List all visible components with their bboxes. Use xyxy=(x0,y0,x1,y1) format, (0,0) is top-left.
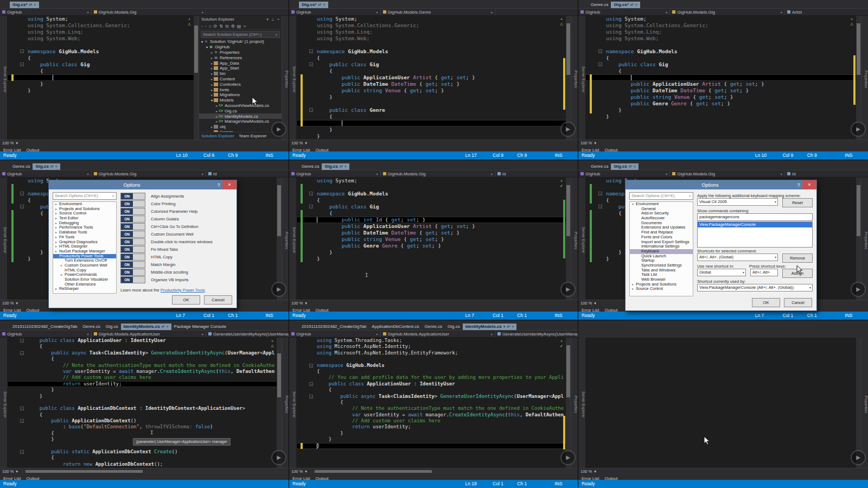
outline-collapse-icon[interactable]: − xyxy=(309,192,313,195)
tab-gig-cs-[interactable]: Gig.cs*⇄× xyxy=(10,2,39,8)
ok-button[interactable]: OK xyxy=(172,295,200,305)
nav-combo-1[interactable]: GigHub.Models.Gig▾ xyxy=(670,171,785,177)
tab-gig-cs-[interactable]: Gig.cs*⇄× xyxy=(299,2,328,8)
close-icon[interactable]: × xyxy=(277,17,279,21)
nav-combo-0[interactable]: GigHub▾ xyxy=(289,331,381,337)
zoom-level[interactable]: 100 % xyxy=(291,469,303,474)
outline-collapse-icon[interactable]: − xyxy=(20,450,24,454)
outline-collapse-icon[interactable]: − xyxy=(598,49,602,53)
close-icon[interactable]: × xyxy=(55,164,58,168)
tab-gig-cs[interactable]: Gig.cs xyxy=(445,324,463,330)
dialog-titlebar[interactable]: Options?× xyxy=(626,180,816,189)
code-editor[interactable]: using System;using System.Collections.Ge… xyxy=(585,16,861,140)
shortcuts-select[interactable]: Alt+/, Alt+. (Global)▾ xyxy=(697,253,778,261)
tab-solution-explorer[interactable]: Solution Explorer xyxy=(201,134,234,138)
outline-collapse-icon[interactable]: − xyxy=(309,49,313,53)
tab-server-explorer[interactable]: Server Explorer xyxy=(292,391,296,418)
nav-combo-0[interactable]: GigHub▾ xyxy=(0,9,92,15)
se-item-scripts[interactable]: ▸Scripts xyxy=(199,130,282,132)
scrollbar-thumb[interactable] xyxy=(857,23,860,75)
nav-combo-1[interactable]: GigHub.Models.Gig▾ xyxy=(92,171,206,177)
chevron-down-icon[interactable]: ▾ xyxy=(16,141,18,145)
tab-properties[interactable]: Properties xyxy=(864,71,868,88)
tab-genre-cs[interactable]: Genre.cs xyxy=(299,163,322,170)
code-icon[interactable]: ‹› xyxy=(243,24,246,29)
code-editor[interactable]: using System;using System.Collections.Ge… xyxy=(296,16,571,140)
tab-server-explorer[interactable]: Server Explorer xyxy=(292,227,296,253)
tab-genre-cs[interactable]: Genre.cs xyxy=(588,163,611,170)
pin-icon[interactable]: ⇄ xyxy=(162,325,165,328)
add-icon[interactable]: + xyxy=(187,17,192,22)
zoom-level[interactable]: 100 % xyxy=(580,469,592,474)
toggle-switch[interactable]: ON xyxy=(120,253,145,261)
preview-icon[interactable]: ▤ xyxy=(237,24,241,29)
outline-collapse-icon[interactable]: − xyxy=(20,49,24,53)
pin-icon[interactable]: ⇄ xyxy=(318,3,322,7)
se-item-accountviewmodels-cs[interactable]: ▸C#AccountViewModels.cs xyxy=(199,103,282,109)
nav-combo-0[interactable]: GigHub▾ xyxy=(0,171,92,177)
tree-item-resharper[interactable]: ▸ReSharper xyxy=(53,287,116,291)
tab-server-explorer[interactable]: Server Explorer xyxy=(3,227,7,253)
tab-server-explorer[interactable]: Server Explorer xyxy=(582,391,585,418)
tab-identitymodels-cs[interactable]: IdentityModels.cs⇄× xyxy=(121,324,171,330)
outline-collapse-icon[interactable]: − xyxy=(20,351,24,355)
se-item-models[interactable]: ▾Models xyxy=(199,98,282,103)
chevron-down-icon[interactable]: ▾ xyxy=(266,17,269,22)
outline-collapse-icon[interactable]: − xyxy=(20,339,24,343)
se-item-obj[interactable]: ▸obj xyxy=(199,124,282,130)
se-item-controllers[interactable]: ▸Controllers xyxy=(199,81,282,87)
tab-server-explorer[interactable]: Server Explorer xyxy=(3,66,7,93)
outline-collapse-icon[interactable]: − xyxy=(598,192,602,195)
command-list-item-selected[interactable]: View.PackageManagerConsole xyxy=(698,222,812,227)
commands-input[interactable]: packagemanagercons xyxy=(697,213,813,221)
tab-properties[interactable]: Properties xyxy=(864,232,868,249)
scheme-select[interactable]: Visual C# 2005▾ xyxy=(697,198,778,206)
cancel-button[interactable]: Cancel xyxy=(204,295,232,305)
close-icon[interactable]: × xyxy=(323,3,325,7)
scrollbar-thumb[interactable] xyxy=(566,185,570,237)
toggle-switch[interactable]: ON xyxy=(120,269,145,276)
code-editor[interactable]: using System;−namespace GigHub.Models{− … xyxy=(296,178,571,300)
toggle-switch[interactable]: ON xyxy=(120,223,145,230)
scrollbar-thumb[interactable] xyxy=(194,26,198,73)
tree-item-source-control[interactable]: ▸Source Control xyxy=(630,287,693,291)
se-item-manageviewmodels-cs[interactable]: ▸C#ManageViewModels.cs xyxy=(199,119,282,124)
close-icon[interactable]: × xyxy=(634,164,636,168)
zoom-level[interactable]: 100 % xyxy=(291,141,303,145)
tab-properties[interactable]: Properties xyxy=(864,396,868,413)
vertical-scrollbar[interactable] xyxy=(856,338,861,468)
nav-combo-1[interactable]: GigHub.Models.ApplicationUser▾ xyxy=(92,331,206,337)
tab-package-manager-console[interactable]: Package Manager Console xyxy=(171,324,229,330)
outline-collapse-icon[interactable]: − xyxy=(309,62,313,66)
tab-gig-cs[interactable]: Gig.cs⇄× xyxy=(322,163,349,170)
tab-gig-cs[interactable]: Gig.cs⇄× xyxy=(611,163,638,170)
chevron-down-icon[interactable]: ▾ xyxy=(305,141,307,145)
toggle-switch[interactable]: ON xyxy=(120,246,145,253)
vertical-scrollbar[interactable] xyxy=(566,16,571,140)
help-icon[interactable]: ? xyxy=(795,182,802,188)
pin-icon[interactable]: ⇄ xyxy=(630,3,634,7)
tab-gig-cs[interactable]: Gig.cs xyxy=(103,324,121,330)
chevron-down-icon[interactable]: ▾ xyxy=(305,469,307,474)
nav-combo-0[interactable]: GigHub▾ xyxy=(578,171,670,177)
close-icon[interactable]: × xyxy=(802,180,816,189)
tab-201511102302482-creategigtab[interactable]: 201511102302482_CreateGigTab xyxy=(10,324,80,330)
collapse-all-icon[interactable]: ⊟ xyxy=(225,24,229,29)
chevron-down-icon[interactable]: ▾ xyxy=(16,301,18,306)
use-new-shortcut-select[interactable]: Global▾ xyxy=(697,269,746,276)
nav-combo-1[interactable]: GigHub.Models.Gig▾ xyxy=(92,9,206,15)
nav-combo-0[interactable]: GigHub▾ xyxy=(289,9,381,15)
nav-combo-2[interactable]: Id▾ xyxy=(785,171,868,177)
cancel-button[interactable]: Cancel xyxy=(784,298,812,307)
zoom-level[interactable]: 100 % xyxy=(580,141,592,145)
nav-combo-2[interactable]: GenerateUserIdentityAsync(UserManager<Ap… xyxy=(206,331,289,337)
add-icon[interactable]: + xyxy=(559,339,564,344)
se-item-bin[interactable]: ▸bin xyxy=(199,71,282,77)
tab-properties[interactable]: Properties xyxy=(285,71,289,88)
add-icon[interactable]: + xyxy=(559,17,564,22)
tab-team-explorer[interactable]: Team Explorer xyxy=(239,134,267,138)
tab-properties[interactable]: Properties xyxy=(285,232,289,249)
se-item-solution-gighub-1-project-[interactable]: ▾⧉Solution 'GigHub' (1 project) xyxy=(199,39,282,45)
properties-icon[interactable]: ⚙ xyxy=(231,24,235,29)
toggle-switch[interactable]: ON xyxy=(120,261,145,268)
